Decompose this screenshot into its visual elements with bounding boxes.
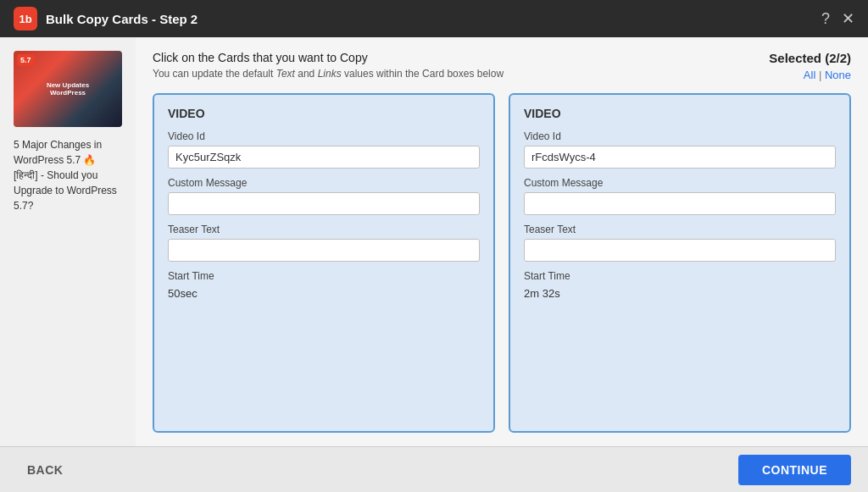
card-1-starttime-field: Start Time 50sec [168,270,480,300]
instruction-main: Click on the Cards that you want to Copy [153,51,769,64]
card-2-teaser-field: Teaser Text [524,224,836,262]
app-logo: 1b [14,7,37,30]
card-1-teaser-field: Teaser Text [168,224,480,262]
title-bar: 1b Bulk Copy Cards - Step 2 ? ✕ [0,0,868,37]
divider: | [819,69,825,81]
card-1-starttime-value: 50sec [168,287,480,300]
card-1-videoid-label: Video Id [168,130,480,142]
card-2-type: VIDEO [524,107,836,120]
card-2-teaser-label: Teaser Text [524,224,836,235]
thumbnail-text: New UpdatesWordPress [43,81,92,97]
thumbnail: 5.7 New UpdatesWordPress [14,51,122,127]
card-2-starttime-value: 2m 32s [524,287,836,300]
card-2-videoid-field: Video Id [524,130,836,169]
card-2-custommsg-label: Custom Message [524,177,836,189]
close-icon[interactable]: ✕ [842,11,854,26]
card-2-videoid-label: Video Id [524,130,836,142]
card-2-custommsg-input[interactable] [524,192,836,215]
thumbnail-badge: 5.7 [17,54,35,66]
card-1-videoid-field: Video Id [168,130,480,169]
all-link[interactable]: All [804,69,815,81]
main-content: 5.7 New UpdatesWordPress 5 Major Changes… [0,37,868,446]
card-2-custommsg-field: Custom Message [524,177,836,215]
continue-button[interactable]: CONTINUE [738,455,851,485]
title-bar-icons: ? ✕ [821,11,854,26]
cards-container: VIDEO Video Id Custom Message Teaser Tex… [153,93,851,433]
card-1-custommsg-label: Custom Message [168,177,480,189]
footer: BACK CONTINUE [0,446,868,492]
none-link[interactable]: None [825,69,851,81]
card-2-teaser-input[interactable] [524,239,836,262]
instruction-header: Click on the Cards that you want to Copy… [153,51,851,81]
right-area: Click on the Cards that you want to Copy… [136,37,868,446]
selected-links: All | None [769,69,851,81]
card-1-teaser-input[interactable] [168,239,480,262]
selected-info: Selected (2/2) All | None [769,51,851,81]
card-1-type: VIDEO [168,107,480,120]
card-2-starttime-label: Start Time [524,270,836,282]
window-title: Bulk Copy Cards - Step 2 [46,12,198,26]
card-1-teaser-label: Teaser Text [168,224,480,235]
card-2-starttime-field: Start Time 2m 32s [524,270,836,300]
help-icon[interactable]: ? [821,11,830,26]
card-1-custommsg-input[interactable] [168,192,480,215]
card-1[interactable]: VIDEO Video Id Custom Message Teaser Tex… [153,93,495,433]
title-bar-left: 1b Bulk Copy Cards - Step 2 [14,7,198,30]
sidebar-description: 5 Major Changes in WordPress 5.7 🔥 [हिन्… [14,137,122,213]
sidebar: 5.7 New UpdatesWordPress 5 Major Changes… [0,37,136,446]
card-2-videoid-input[interactable] [524,146,836,169]
back-button[interactable]: BACK [17,456,73,484]
card-1-starttime-label: Start Time [168,270,480,282]
instruction-sub: You can update the default Text and Link… [153,68,769,80]
instruction-text: Click on the Cards that you want to Copy… [153,51,769,80]
card-2[interactable]: VIDEO Video Id Custom Message Teaser Tex… [509,93,851,433]
card-1-custommsg-field: Custom Message [168,177,480,215]
selected-count: Selected (2/2) [769,51,851,65]
card-1-videoid-input[interactable] [168,146,480,169]
